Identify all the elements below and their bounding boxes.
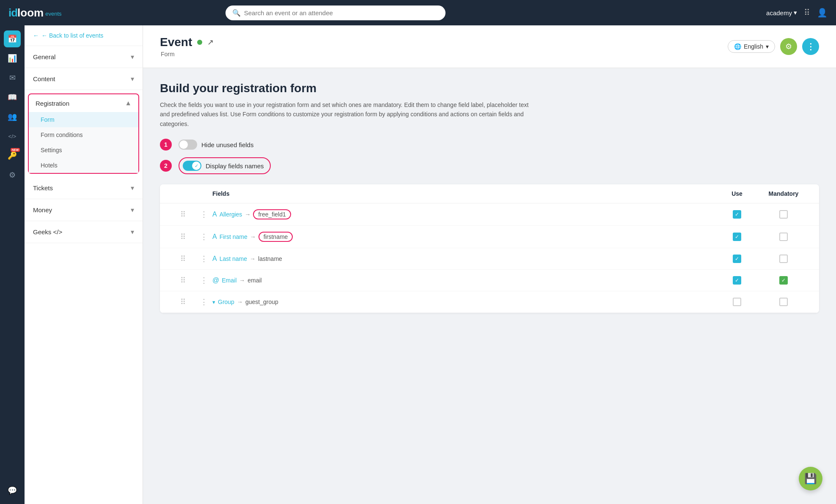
drag-handle-icon[interactable]: ⠿ bbox=[170, 297, 195, 307]
mandatory-checkbox-allergies[interactable] bbox=[758, 210, 809, 219]
sidebar-item-settings[interactable]: Settings bbox=[29, 142, 138, 158]
geeks-chevron-icon: ▾ bbox=[131, 228, 134, 236]
field-name-cell: ▾ Group → guest_group bbox=[212, 299, 716, 305]
checkbox-icon: ✓ bbox=[733, 210, 741, 219]
sidebar-icon-calendar[interactable]: 📅 bbox=[4, 30, 21, 47]
sidebar-section-geeks: Geeks </> ▾ bbox=[25, 221, 143, 243]
nav-right: academy ▾ ⠿ 👤 bbox=[766, 8, 828, 18]
sidebar-icon-email[interactable]: ✉ bbox=[4, 69, 21, 86]
field-name-cell: A First name → firstname bbox=[212, 232, 716, 242]
sidebar-section-money: Money ▾ bbox=[25, 199, 143, 221]
event-header-card: Event ↗ Form 🌐 English ▾ ⚙ ⋮ bbox=[143, 25, 836, 68]
back-to-list-button[interactable]: ← ← Back to list of events bbox=[25, 25, 143, 46]
field-label-lastname: Last name bbox=[220, 255, 247, 262]
registration-subitems: Form Form conditions Settings Hotels bbox=[29, 112, 138, 173]
event-title-area: Event ↗ Form bbox=[160, 36, 214, 58]
sidebar-icon-code[interactable]: </> bbox=[4, 128, 21, 145]
gear-button[interactable]: ⚙ bbox=[780, 38, 797, 55]
sidebar-icon-key[interactable]: 🔑 NEW bbox=[4, 147, 21, 164]
sidebar-item-form[interactable]: Form bbox=[29, 112, 138, 127]
hide-unused-toggle[interactable]: ✕ bbox=[179, 140, 197, 150]
use-checkbox-lastname[interactable]: ✓ bbox=[716, 255, 758, 263]
drag-handle-icon[interactable]: ⠿ bbox=[170, 276, 195, 285]
step-2-badge: 2 bbox=[160, 160, 172, 172]
general-chevron-icon: ▾ bbox=[131, 53, 134, 61]
col-menu bbox=[195, 190, 212, 197]
drag-handle-icon[interactable]: ⠿ bbox=[170, 254, 195, 263]
geeks-label: Geeks </> bbox=[33, 228, 62, 236]
checkbox-icon: ✓ bbox=[733, 255, 741, 263]
table-row: ⠿ ⋮ ▾ Group → guest_group bbox=[160, 291, 819, 313]
arrow-icon: → bbox=[239, 277, 245, 284]
content-header[interactable]: Content ▾ bbox=[25, 68, 143, 90]
geeks-header[interactable]: Geeks </> ▾ bbox=[25, 221, 143, 243]
sidebar-item-form-conditions[interactable]: Form conditions bbox=[29, 127, 138, 142]
language-button[interactable]: 🌐 English ▾ bbox=[728, 40, 775, 53]
step-1-badge: 1 bbox=[160, 139, 172, 151]
display-fields-toggle[interactable]: ✓ bbox=[183, 161, 201, 171]
use-checkbox-group[interactable] bbox=[716, 298, 758, 306]
tickets-header[interactable]: Tickets ▾ bbox=[25, 177, 143, 199]
field-type-icon-text: A bbox=[212, 233, 217, 241]
field-name-cell: @ Email → email bbox=[212, 277, 716, 284]
gear-icon: ⚙ bbox=[785, 42, 792, 51]
row-menu-icon[interactable]: ⋮ bbox=[195, 232, 212, 241]
academy-button[interactable]: academy ▾ bbox=[766, 9, 797, 16]
field-name-cell: A Last name → lastname bbox=[212, 255, 716, 263]
mandatory-checkbox-lastname[interactable] bbox=[758, 255, 809, 263]
event-subtitle: Form bbox=[161, 51, 214, 58]
grid-icon[interactable]: ⠿ bbox=[804, 8, 810, 18]
main-content: Event ↗ Form 🌐 English ▾ ⚙ ⋮ bbox=[143, 25, 836, 504]
hide-unused-toggle-knob: ✕ bbox=[179, 140, 188, 149]
general-label: General bbox=[33, 53, 55, 60]
registration-label: Registration bbox=[36, 100, 69, 107]
sidebar-icon-chart[interactable]: 📊 bbox=[4, 50, 21, 67]
registration-header[interactable]: Registration ▲ bbox=[29, 94, 138, 112]
money-header[interactable]: Money ▾ bbox=[25, 199, 143, 221]
use-checkbox-firstname[interactable]: ✓ bbox=[716, 233, 758, 241]
mandatory-checkbox-email[interactable]: ✓ bbox=[758, 276, 809, 285]
event-title: Event bbox=[160, 36, 192, 49]
sidebar: ← ← Back to list of events General ▾ Con… bbox=[25, 25, 143, 504]
more-button[interactable]: ⋮ bbox=[802, 38, 819, 55]
drag-handle-icon[interactable]: ⠿ bbox=[170, 210, 195, 219]
row-menu-icon[interactable]: ⋮ bbox=[195, 276, 212, 285]
icon-bar: 📅 📊 ✉ 📖 👥 </> 🔑 NEW ⚙ 💬 bbox=[0, 25, 25, 504]
logo-loom: loom bbox=[17, 6, 44, 19]
sidebar-icon-book[interactable]: 📖 bbox=[4, 89, 21, 106]
tickets-chevron-icon: ▾ bbox=[131, 184, 134, 192]
sidebar-icon-users[interactable]: 👥 bbox=[4, 108, 21, 125]
checkbox-empty-icon bbox=[779, 233, 788, 241]
general-header[interactable]: General ▾ bbox=[25, 46, 143, 68]
mandatory-checkbox-firstname[interactable] bbox=[758, 233, 809, 241]
field-key-firstname: firstname bbox=[258, 232, 293, 242]
sidebar-item-hotels[interactable]: Hotels bbox=[29, 158, 138, 173]
use-checkbox-allergies[interactable]: ✓ bbox=[716, 210, 758, 219]
field-label-email: Email bbox=[222, 277, 236, 284]
use-checkbox-email[interactable]: ✓ bbox=[716, 276, 758, 285]
academy-label: academy bbox=[766, 9, 792, 16]
sidebar-icon-settings[interactable]: ⚙ bbox=[4, 167, 21, 184]
sidebar-section-registration: Registration ▲ Form Form conditions Sett… bbox=[28, 93, 139, 174]
row-menu-icon[interactable]: ⋮ bbox=[195, 210, 212, 219]
sidebar-icon-help[interactable]: 💬 bbox=[4, 482, 21, 499]
money-chevron-icon: ▾ bbox=[131, 206, 134, 214]
form-builder-title: Build your registration form bbox=[160, 82, 819, 95]
save-icon: 💾 bbox=[804, 473, 817, 485]
external-link-icon[interactable]: ↗ bbox=[207, 38, 214, 47]
table-row: ⠿ ⋮ @ Email → email ✓ ✓ bbox=[160, 270, 819, 291]
row-menu-icon[interactable]: ⋮ bbox=[195, 297, 212, 307]
sidebar-section-content: Content ▾ bbox=[25, 68, 143, 90]
save-fab-button[interactable]: 💾 bbox=[799, 467, 822, 490]
row-menu-icon[interactable]: ⋮ bbox=[195, 254, 212, 263]
back-arrow-icon: ← bbox=[33, 32, 39, 39]
checkbox-empty-icon bbox=[779, 255, 788, 263]
search-icon: 🔍 bbox=[232, 9, 241, 17]
mandatory-checkbox-group[interactable] bbox=[758, 298, 809, 306]
drag-handle-icon[interactable]: ⠿ bbox=[170, 232, 195, 241]
col-use-header: Use bbox=[716, 190, 758, 197]
form-builder-description: Check the fields you want to use in your… bbox=[160, 100, 532, 129]
search-input[interactable] bbox=[244, 9, 439, 16]
user-icon[interactable]: 👤 bbox=[817, 8, 828, 18]
display-fields-toggle-knob: ✓ bbox=[192, 162, 201, 170]
